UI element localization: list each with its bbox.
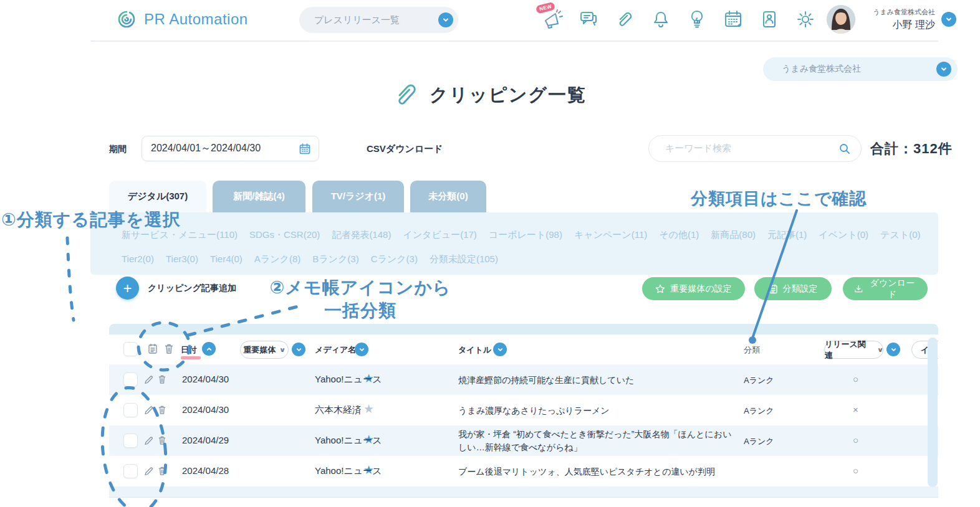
- filter-unclassified[interactable]: 分類未設定(105): [430, 254, 498, 265]
- filter-interview[interactable]: インタビュー(17): [403, 229, 476, 241]
- add-clipping-button[interactable]: + クリッピング記事追加: [116, 277, 236, 300]
- filter-other[interactable]: その他(1): [659, 229, 699, 241]
- row-title[interactable]: うまみ濃厚なあさりたっぷりラーメン: [458, 404, 739, 417]
- paperclip-icon[interactable]: [613, 8, 636, 31]
- search-icon[interactable]: [838, 143, 851, 155]
- contact-card-icon[interactable]: [758, 8, 781, 31]
- row-title[interactable]: 我が家・坪倉 “初めて食べたとき衝撃だった”大阪名物「ほんとにおいしい…新幹線で…: [458, 428, 739, 454]
- row-checkbox[interactable]: [123, 464, 138, 478]
- page-title: クリッピング一覧: [430, 83, 587, 108]
- table-row[interactable]: 2024/04/28 ★ Yahoo!ニュース ブーム後退マリトッツォ、人気底堅…: [109, 456, 938, 486]
- column-header-media[interactable]: メディア名: [315, 344, 356, 356]
- row-checkbox[interactable]: [123, 372, 138, 387]
- filter-sdgs-csr[interactable]: SDGs・CSR(20): [249, 229, 320, 241]
- vertical-scrollbar[interactable]: [928, 338, 938, 487]
- delete-trash-icon[interactable]: [158, 435, 166, 446]
- chevron-down-icon[interactable]: [941, 12, 956, 27]
- filter-test[interactable]: テスト(0): [880, 229, 920, 241]
- company-select-value: うまみ食堂株式会社: [782, 64, 936, 75]
- column-header-date[interactable]: 日付: [181, 344, 197, 356]
- csv-download-link[interactable]: CSVダウンロード: [367, 143, 443, 155]
- app-logo[interactable]: PR Automation: [115, 8, 248, 31]
- filter-new-service[interactable]: 新サービス・メニュー(110): [122, 229, 238, 241]
- bulk-trash-icon[interactable]: [164, 343, 174, 354]
- download-icon: [854, 284, 863, 294]
- bell-icon[interactable]: [650, 8, 672, 31]
- edit-pencil-icon[interactable]: [144, 466, 153, 477]
- row-media-name[interactable]: Yahoo!ニュース: [315, 435, 382, 447]
- gear-icon[interactable]: [794, 8, 817, 31]
- category-settings-button[interactable]: 分類設定: [754, 277, 832, 300]
- chevron-down-icon: ∨: [877, 346, 884, 353]
- filter-rank-b[interactable]: Bランク(3): [312, 254, 358, 265]
- plus-icon[interactable]: +: [116, 277, 139, 300]
- filter-event[interactable]: イベント(0): [819, 229, 868, 241]
- important-media-sort-icon[interactable]: [292, 343, 305, 356]
- row-media-name[interactable]: 六本木経済: [315, 404, 362, 416]
- table-row[interactable]: 2024/04/30 ★ Yahoo!ニュース 焼津産鰹節の持続可能な生産に貢献…: [109, 364, 938, 395]
- important-media-settings-button[interactable]: 重要媒体の設定: [642, 277, 745, 300]
- column-header-title[interactable]: タイトル: [458, 344, 491, 356]
- filter-rank-c[interactable]: Cランク(3): [371, 254, 418, 265]
- tab-uncategorized[interactable]: 未分類(0): [410, 181, 486, 212]
- page-nav-select[interactable]: プレスリリース一覧: [299, 7, 458, 33]
- chevron-down-icon: ∨: [279, 346, 286, 353]
- release-sort-icon[interactable]: [886, 343, 900, 356]
- edit-pencil-icon[interactable]: [144, 435, 153, 447]
- user-menu[interactable]: うまみ食堂株式会社 小野 理沙: [827, 5, 956, 34]
- filter-new-product[interactable]: 新商品(80): [711, 229, 756, 241]
- filter-tier3[interactable]: Tier3(0): [166, 254, 198, 265]
- tab-digital[interactable]: デジタル(307): [109, 181, 206, 212]
- megaphone-icon[interactable]: NEW: [541, 8, 564, 31]
- sort-ascending-icon[interactable]: [202, 342, 216, 356]
- media-sort-icon[interactable]: [355, 343, 368, 356]
- calendar-picker-icon[interactable]: [299, 143, 311, 155]
- edit-pencil-icon[interactable]: [144, 374, 153, 386]
- filter-tier4[interactable]: Tier4(0): [210, 254, 243, 265]
- table-top-strip: [109, 324, 938, 334]
- tab-tv-radio[interactable]: TV/ラジオ(1): [312, 181, 404, 212]
- bulk-note-icon[interactable]: [148, 343, 158, 354]
- delete-trash-icon[interactable]: [158, 404, 166, 415]
- company-select[interactable]: うまみ食堂株式会社: [763, 57, 958, 81]
- table-row[interactable]: 2024/04/30 ★ 六本木経済 うまみ濃厚なあさりたっぷりラーメン Aラン…: [109, 395, 938, 425]
- keyword-search-input[interactable]: キーワード検索: [648, 135, 862, 162]
- release-filter-dropdown[interactable]: リリース関連∨: [824, 341, 883, 359]
- user-company: うまみ食堂株式会社: [862, 7, 935, 17]
- select-all-checkbox[interactable]: [123, 342, 138, 356]
- filter-corporate[interactable]: コーポレート(98): [489, 229, 562, 241]
- row-date: 2024/04/29: [182, 435, 229, 445]
- table-row[interactable]: 2024/04/29 ★ Yahoo!ニュース 我が家・坪倉 “初めて食べたとき…: [109, 425, 938, 456]
- edit-pencil-icon[interactable]: [144, 405, 153, 416]
- filter-rank-a[interactable]: Aランク(8): [254, 254, 300, 265]
- filter-row-categories: 新サービス・メニュー(110) SDGs・CSR(20) 記者発表(148) イ…: [122, 229, 920, 241]
- column-header-category[interactable]: 分類: [744, 344, 760, 356]
- filter-tier2[interactable]: Tier2(0): [122, 254, 154, 265]
- period-date-range-input[interactable]: 2024/04/01～2024/04/30: [142, 136, 319, 161]
- title-sort-icon[interactable]: [493, 343, 507, 356]
- important-star-icon[interactable]: ★: [363, 402, 374, 416]
- delete-trash-icon[interactable]: [158, 465, 166, 476]
- keyword-search-placeholder: キーワード検索: [665, 143, 838, 154]
- row-checkbox[interactable]: [123, 434, 138, 448]
- tab-newspaper-magazine[interactable]: 新聞/雑誌(4): [213, 181, 305, 212]
- download-button[interactable]: ダウンロード: [843, 277, 928, 300]
- chevron-down-icon[interactable]: [936, 62, 951, 77]
- important-media-filter-label: 重要媒体: [243, 344, 276, 356]
- calendar-icon[interactable]: [722, 8, 744, 31]
- chat-icon[interactable]: [577, 8, 600, 31]
- filter-original-article[interactable]: 元記事(1): [767, 229, 807, 241]
- filter-press-conference[interactable]: 記者発表(148): [332, 229, 391, 241]
- row-category: Aランク: [744, 405, 774, 417]
- row-checkbox[interactable]: [123, 403, 138, 417]
- row-title[interactable]: ブーム後退マリトッツォ、人気底堅いピスタチオとの違いが判明: [458, 465, 739, 478]
- filter-campaign[interactable]: キャンペーン(11): [574, 229, 647, 241]
- important-media-filter-dropdown[interactable]: 重要媒体∨: [240, 341, 289, 359]
- period-date-range-value: 2024/04/01～2024/04/30: [151, 142, 299, 155]
- lightbulb-icon[interactable]: [686, 8, 708, 31]
- row-media-name[interactable]: Yahoo!ニュース: [315, 465, 382, 477]
- chevron-down-icon[interactable]: [438, 12, 453, 27]
- row-title[interactable]: 焼津産鰹節の持続可能な生産に貢献していた: [458, 374, 739, 387]
- row-media-name[interactable]: Yahoo!ニュース: [315, 374, 382, 386]
- delete-trash-icon[interactable]: [158, 374, 166, 385]
